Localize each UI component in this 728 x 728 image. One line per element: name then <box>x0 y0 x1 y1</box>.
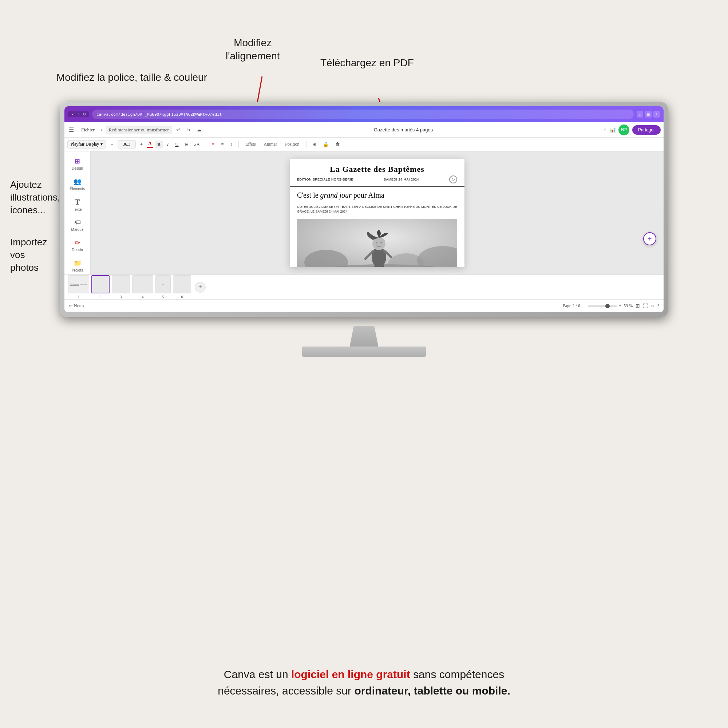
annotation-pdf: Téléchargez en PDF <box>320 57 414 70</box>
zoom-minus[interactable]: − <box>583 303 586 309</box>
marque-icon: 🏷 <box>74 219 81 226</box>
hamburger-menu[interactable]: ☰ <box>67 126 75 133</box>
monitor-stand-neck <box>349 326 379 348</box>
stats-icon[interactable]: 📊 <box>609 127 616 133</box>
address-bar[interactable]: canva.com/design/DAF_Mu69Q/KggF15z0VtA6Z… <box>92 110 634 119</box>
notes-button[interactable]: ✏ Notes <box>69 303 84 309</box>
elements-icon: 👥 <box>73 177 81 186</box>
font-selector[interactable]: Playfair Display ▾ <box>67 140 106 148</box>
browser-icons: ☆ ⊞ ⋮ <box>637 111 660 118</box>
separator-3 <box>306 141 306 148</box>
gazette-header: La Gazette des Baptêmes ÉDITION SPÉCIALE… <box>290 159 465 187</box>
case-button[interactable]: aA <box>192 141 202 148</box>
gazette-body: NOTRE JOLIE ALMA SE FAIT BAPTISER À L'ÉG… <box>290 202 465 216</box>
lock-button[interactable]: 🔒 <box>321 141 331 148</box>
notes-label: Notes <box>74 303 84 309</box>
page-num-2: 2 <box>100 295 102 299</box>
canva-menubar: ☰ Fichier ● Redimensionner ou transforme… <box>64 122 664 138</box>
separator-2 <box>239 141 239 148</box>
canva-interface: ‹ › ↻ canva.com/design/DAF_Mu69Q/KggF15z… <box>64 106 664 312</box>
menu-transform[interactable]: Redimensionner ou transformer <box>106 125 171 134</box>
forward-button[interactable]: › <box>77 112 80 116</box>
monitor-outer: ‹ › ↻ canva.com/design/DAF_Mu69Q/KggF15z… <box>60 102 668 317</box>
page-indicator: Page 2 / 6 <box>563 303 580 309</box>
add-page-button[interactable]: + <box>195 282 206 293</box>
elements-label: Éléments <box>70 187 85 191</box>
font-size-decrease[interactable]: − <box>108 141 115 148</box>
sidebar-item-marque[interactable]: 🏷 Marque <box>66 216 89 234</box>
page-num-6: 6 <box>181 295 183 299</box>
bookmark-icon[interactable]: ☆ <box>637 111 643 118</box>
font-color-button[interactable]: A <box>147 141 153 148</box>
sidebar-item-design[interactable]: ⊞ Design <box>66 154 89 173</box>
zoom-plus[interactable]: + <box>619 303 622 309</box>
sidebar-item-draw[interactable]: ✏ Dessin <box>66 236 89 255</box>
help-circle-icon[interactable]: ○ <box>651 303 654 309</box>
text-label: Texte <box>73 208 82 211</box>
effects-button[interactable]: Effets <box>242 141 258 148</box>
page-thumb-5[interactable]: − <box>155 275 171 294</box>
bold-button[interactable]: B <box>155 141 163 148</box>
line-spacing-button[interactable]: ↕ <box>228 141 235 148</box>
extension-icon[interactable]: ⊞ <box>645 111 652 118</box>
redo-button[interactable]: ↪ <box>185 126 192 134</box>
headline-normal: C'est le <box>297 191 320 199</box>
thumb-wrapper-2: 2 <box>91 275 110 299</box>
fullscreen-icon[interactable]: ⛶ <box>643 303 648 309</box>
menu-fichier[interactable]: Fichier <box>78 125 98 134</box>
grid-button[interactable]: ⊞ <box>310 141 318 148</box>
undo-button[interactable]: ↩ <box>175 126 182 134</box>
page-thumb-2[interactable] <box>91 275 110 294</box>
gazette-subtitle-row: ÉDITION SPÉCIALE HORS-SÉRIE SAMEDI 24 MA… <box>297 176 457 184</box>
user-area: + 📊 NP Partager <box>604 124 661 135</box>
sidebar-item-elements[interactable]: 👥 Éléments <box>66 175 89 194</box>
font-size-increase[interactable]: + <box>138 141 145 148</box>
page-thumb-3[interactable] <box>112 275 130 294</box>
font-size-input[interactable]: 36.3 <box>118 140 136 148</box>
underline-button[interactable]: U <box>173 141 180 148</box>
question-icon[interactable]: ? <box>657 303 659 309</box>
annotation-font: Modifiez la police, taille & couleur <box>57 71 207 84</box>
animate-button[interactable]: Animer <box>261 141 280 148</box>
gazette-title: La Gazette des Baptêmes <box>297 165 457 174</box>
zoom-value: 59 % <box>624 303 633 309</box>
page-thumb-6[interactable] <box>173 275 191 294</box>
menu-icon[interactable]: ⋮ <box>653 111 660 118</box>
align-options-button[interactable]: ≡ <box>219 141 226 148</box>
align-left-button[interactable]: ≡ <box>210 141 217 148</box>
gazette-date: SAMEDI 24 MAI 2024 <box>384 177 419 181</box>
sidebar-item-text[interactable]: T Texte <box>66 195 89 214</box>
add-element-button[interactable]: + <box>643 232 656 245</box>
share-button[interactable]: Partager <box>632 125 661 135</box>
design-page[interactable]: La Gazette des Baptêmes ÉDITION SPÉCIALE… <box>290 159 465 267</box>
formatting-toolbar: Playfair Display ▾ − 36.3 + A B I U S aA… <box>64 138 664 151</box>
canva-main: ⊞ Design 👥 Éléments T Texte 🏷 <box>64 151 664 274</box>
trash-button[interactable]: 🗑 <box>333 141 342 148</box>
position-button[interactable]: Position <box>282 141 302 148</box>
reload-button[interactable]: ↻ <box>83 112 86 116</box>
draw-label: Dessin <box>72 248 83 252</box>
page-thumb-1[interactable]: La Gazette C'est le grand <box>68 275 89 294</box>
bottom-highlight: logiciel en ligne gratuit <box>291 668 410 680</box>
back-button[interactable]: ‹ <box>71 112 75 116</box>
thumb-wrapper-1: La Gazette C'est le grand 1 <box>68 275 89 299</box>
gazette-edition: ÉDITION SPÉCIALE HORS-SÉRIE <box>297 177 353 181</box>
plus-icon[interactable]: + <box>604 127 606 133</box>
zoom-slider[interactable] <box>588 305 617 307</box>
user-avatar[interactable]: NP <box>618 124 629 135</box>
bottom-description: Canva est un logiciel en ligne gratuit s… <box>0 666 728 699</box>
zoom-thumb <box>605 304 610 308</box>
bottom-text-part1: Canva est un <box>224 668 291 680</box>
font-dropdown-icon: ▾ <box>101 142 102 147</box>
italic-button[interactable]: I <box>165 141 171 148</box>
grid-view-icon[interactable]: ⊞ <box>636 303 640 309</box>
headline-end: pour Alma <box>353 191 384 199</box>
design-icon: ⊞ <box>75 157 80 165</box>
refresh-icon[interactable]: ↻ <box>449 176 457 184</box>
strikethrough-button[interactable]: S <box>183 141 190 148</box>
page-num-3: 3 <box>120 295 122 299</box>
sidebar-item-projects[interactable]: 📁 Projets <box>66 256 89 274</box>
page-thumb-4[interactable] <box>132 275 153 294</box>
cloud-icon: ☁ <box>195 126 203 134</box>
canvas-area: La Gazette des Baptêmes ÉDITION SPÉCIALE… <box>91 151 664 274</box>
